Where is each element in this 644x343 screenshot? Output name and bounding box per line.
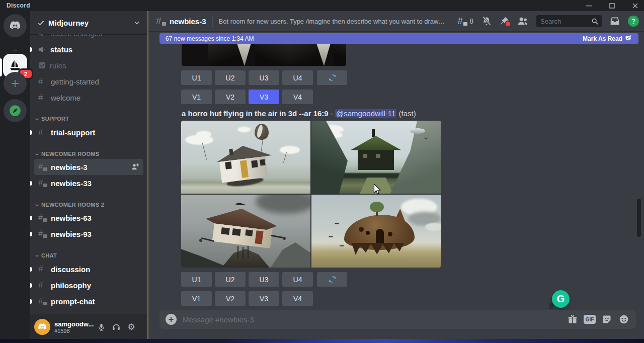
cloud-shape [425, 223, 441, 231]
sidebar-channel-status[interactable]: status [34, 41, 143, 57]
attach-button[interactable]: + [166, 314, 177, 325]
cabin-body [358, 150, 394, 170]
pinned-messages-button[interactable] [500, 17, 509, 26]
category-chat[interactable]: CHAT [35, 251, 57, 260]
category-newcomer-rooms-2[interactable]: NEWCOMER ROOMS 2 [35, 201, 104, 209]
channel-sidebar: recent-changes status rules # getting-st… [30, 11, 147, 339]
threads-icon[interactable]: # [457, 16, 467, 26]
upscale-4-button[interactable]: U4 [282, 272, 313, 287]
prompt-text: a horro hut flying in the air in 3d --ar… [182, 109, 329, 118]
weathervane-bird [234, 203, 246, 205]
help-button[interactable]: ? [628, 16, 639, 27]
sidebar-channel-trial-support[interactable]: # trial-support [34, 124, 143, 140]
chevron-down-icon [35, 203, 39, 207]
category-newcomer-rooms[interactable]: NEWCOMER ROOMS [35, 150, 99, 158]
generated-image-2[interactable] [311, 121, 441, 194]
window [251, 160, 258, 167]
bubble-check-icon [625, 35, 632, 42]
sidebar-channel-newbies-63[interactable]: # newbies-63 [34, 210, 143, 226]
sidebar-channel-welcome[interactable]: # welcome [34, 90, 143, 106]
discord-logo-icon [9, 19, 22, 32]
variation-2-button[interactable]: V2 [215, 90, 246, 104]
sidebar-channel-newbies-93[interactable]: # newbies-93 [34, 226, 143, 242]
background-window-strip [0, 339, 644, 343]
generated-image-grid [181, 121, 441, 268]
inbox-icon [610, 16, 620, 26]
grammarly-handle[interactable] [549, 303, 553, 309]
upscale-1-button[interactable]: U1 [181, 272, 212, 287]
variation-4-button[interactable]: V4 [282, 90, 313, 104]
sticker-picker-button[interactable] [601, 313, 613, 325]
inbox-button[interactable] [610, 16, 620, 26]
gift-button[interactable] [567, 313, 579, 325]
variation-1-button[interactable]: V1 [181, 90, 212, 104]
home-button[interactable] [4, 14, 27, 37]
reroll-button[interactable] [317, 70, 347, 85]
variation-4-button[interactable]: V4 [282, 291, 313, 306]
variation-3-button-active[interactable]: V3 [249, 90, 279, 104]
previous-generated-image-partial[interactable] [182, 44, 346, 66]
pole-arm [271, 235, 284, 238]
upscale-3-button[interactable]: U3 [249, 70, 279, 85]
message-input[interactable] [182, 315, 561, 324]
deafen-button[interactable] [109, 319, 124, 334]
user-area: samgoodw... #1598 ⚙ [30, 314, 147, 339]
minimize-button[interactable] [584, 0, 594, 11]
generated-image-4[interactable] [311, 195, 441, 268]
generated-image-3[interactable] [181, 195, 310, 268]
member-list-button[interactable] [517, 16, 528, 27]
variation-1-button[interactable]: V1 [181, 291, 212, 306]
chat-scrollbar-thumb[interactable] [637, 199, 641, 237]
maximize-button[interactable] [607, 0, 617, 11]
window-titlebar: Discord [0, 0, 644, 11]
emoji-picker-button[interactable] [618, 313, 630, 325]
search-icon [591, 18, 599, 25]
window [225, 161, 232, 169]
plus-icon [10, 78, 20, 89]
upscale-4-button[interactable]: U4 [282, 70, 313, 85]
upscale-3-button[interactable]: U3 [249, 272, 279, 287]
category-support[interactable]: SUPPORT [35, 115, 69, 123]
bird-shape [329, 234, 333, 237]
upscale-2-button[interactable]: U2 [215, 70, 246, 85]
user-avatar[interactable] [34, 319, 50, 335]
balloon-string [202, 143, 207, 159]
upscale-1-button[interactable]: U1 [181, 70, 212, 85]
sidebar-channel-philosophy[interactable]: # philosophy [34, 277, 143, 293]
bird-shape [424, 136, 428, 139]
notification-settings-button[interactable] [481, 16, 492, 26]
user-identity[interactable]: samgoodw... #1598 [54, 320, 94, 334]
reroll-arrows-icon [328, 73, 337, 82]
sidebar-channel-newbies-3[interactable]: # newbies-3 [34, 159, 143, 175]
grammarly-widget[interactable]: G [552, 290, 570, 308]
explore-servers-button[interactable] [4, 99, 27, 122]
variation-2-button[interactable]: V2 [215, 291, 246, 306]
search-box[interactable] [536, 15, 602, 27]
sidebar-channel-newbies-33[interactable]: # newbies-33 [34, 175, 143, 191]
sidebar-channel-getting-started[interactable]: # getting-started [34, 73, 143, 90]
hash-bubble-icon: # [38, 297, 47, 306]
mark-as-read-button[interactable]: Mark As Read [583, 35, 632, 42]
gif-picker-button[interactable]: GIF [584, 313, 596, 325]
server-header[interactable]: Midjourney [30, 11, 147, 34]
generated-image-1[interactable] [181, 121, 310, 194]
arch-door [376, 229, 384, 243]
channel-topic[interactable]: Bot room for new users. Type /imagine th… [219, 18, 445, 25]
add-server-button[interactable] [4, 72, 27, 95]
chimney [372, 129, 375, 137]
user-settings-button[interactable]: ⚙ [124, 319, 139, 334]
new-messages-banner[interactable]: 67 new messages since 1:34 AM Mark As Re… [159, 33, 638, 44]
search-input[interactable] [539, 17, 591, 26]
user-mention[interactable]: @samgoodwill-11 [335, 109, 396, 118]
reroll-button[interactable] [317, 272, 347, 287]
variation-3-button[interactable]: V3 [249, 291, 279, 306]
sidebar-channel-prompt-chat[interactable]: # prompt-chat [34, 293, 143, 309]
upscale-2-button[interactable]: U2 [215, 272, 246, 287]
megaphone-icon [38, 45, 47, 54]
sidebar-channel-discussion[interactable]: # discussion [34, 261, 143, 277]
invite-people-icon[interactable] [131, 163, 139, 171]
message-input-bar: + GIF [159, 310, 636, 329]
mute-mic-button[interactable] [94, 319, 109, 334]
sidebar-channel-rules[interactable]: rules [34, 57, 143, 73]
close-button[interactable] [630, 0, 640, 11]
